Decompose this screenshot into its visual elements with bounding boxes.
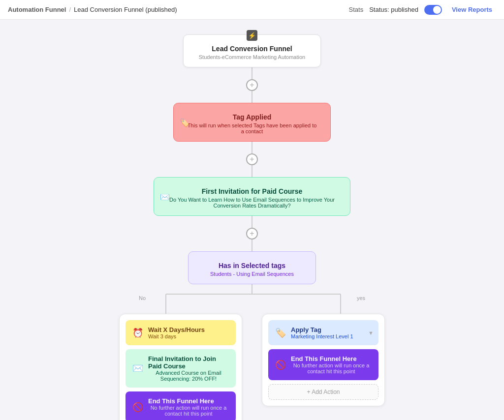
no-branch-end-text: End This Funnel Here No further action w… xyxy=(148,397,229,417)
tag-applied-node[interactable]: 🏷️ Tag Applied This will run when select… xyxy=(173,103,331,142)
final-email-subtitle: Advanced Course on Email Sequencing: 20%… xyxy=(148,370,229,382)
trigger-subtitle: Students-eCommerce Marketing Automation xyxy=(195,54,309,60)
apply-tag-subtitle: Marketing Interest Level 1 xyxy=(291,333,372,339)
yes-branch-end-node[interactable]: 🚫 End This Funnel Here No further action… xyxy=(268,349,378,380)
wait-node-text: Wait X Days/Hours Wait 3 days xyxy=(148,326,229,339)
breadcrumb-current: Lead Conversion Funnel (published) xyxy=(74,6,177,13)
apply-tag-text: Apply Tag Marketing Interest Level 1 xyxy=(291,326,372,339)
no-branch-end-subtitle: No further action will run once a contac… xyxy=(148,405,229,417)
branch-yes-label: yes xyxy=(357,295,365,301)
condition-subtitle: Students - Using Email Sequences xyxy=(200,271,304,277)
canvas: ⚡ Lead Conversion Funnel Students-eComme… xyxy=(0,20,504,420)
add-circle-2[interactable]: + xyxy=(246,153,258,165)
no-branch-container: ⏰ Wait X Days/Hours Wait 3 days ✉️ Final… xyxy=(119,314,242,420)
trigger-node[interactable]: ⚡ Lead Conversion Funnel Students-eComme… xyxy=(183,34,321,67)
breadcrumb: Automation Funnel / Lead Conversion Funn… xyxy=(8,6,177,13)
header: Automation Funnel / Lead Conversion Funn… xyxy=(0,0,504,20)
final-email-text: Final Invitation to Join Paid Course Adv… xyxy=(148,355,229,382)
lightning-icon: ⚡ xyxy=(247,30,257,41)
header-actions: Stats Status: published View Reports xyxy=(349,4,496,15)
tag-applied-title: Tag Applied xyxy=(186,113,318,121)
final-email-icon: ✉️ xyxy=(132,363,143,374)
condition-node-wrapper: Has in Selected tags Students - Using Em… xyxy=(188,251,316,284)
breadcrumb-parent[interactable]: Automation Funnel xyxy=(8,6,66,13)
breadcrumb-separator: / xyxy=(69,6,71,13)
yes-branch-container: 🏷️ Apply Tag Marketing Interest Level 1 … xyxy=(262,314,385,406)
view-reports-button[interactable]: View Reports xyxy=(448,4,496,15)
connector-line-2 xyxy=(252,91,252,103)
yes-branch-end-text: End This Funnel Here No further action w… xyxy=(291,355,372,374)
tag-icon: 🏷️ xyxy=(180,118,189,127)
branch-lines: No yes xyxy=(80,284,424,314)
connector-line-1 xyxy=(252,67,252,79)
yes-branch-end-title: End This Funnel Here xyxy=(291,355,372,362)
add-circle-3[interactable]: + xyxy=(246,228,258,240)
email-title: First Invitation for Paid Course xyxy=(166,187,338,195)
branch-no-label: No xyxy=(139,295,146,301)
yes-branch-end-subtitle: No further action will run once a contac… xyxy=(291,362,372,374)
connector-line-4 xyxy=(252,165,252,177)
wait-subtitle: Wait 3 days xyxy=(148,333,229,339)
add-circle-1[interactable]: + xyxy=(246,79,258,91)
status-toggle[interactable] xyxy=(424,5,442,15)
no-branch-end-icon: 🚫 xyxy=(132,402,143,413)
condition-node[interactable]: Has in Selected tags Students - Using Em… xyxy=(188,251,316,284)
stats-link[interactable]: Stats xyxy=(349,6,364,13)
connector-line-5 xyxy=(252,216,252,228)
trigger-title: Lead Conversion Funnel xyxy=(195,45,309,53)
final-email-title: Final Invitation to Join Paid Course xyxy=(148,355,229,370)
wait-node[interactable]: ⏰ Wait X Days/Hours Wait 3 days xyxy=(126,320,236,345)
email-subtitle: Do You Want to Learn How to Use Email Se… xyxy=(166,197,338,209)
status-label: Status: published xyxy=(369,6,418,13)
no-branch: ⏰ Wait X Days/Hours Wait 3 days ✉️ Final… xyxy=(119,314,242,420)
tag-applied-subtitle: This will run when selected Tags have be… xyxy=(186,122,318,134)
email-node-wrapper: ✉️ First Invitation for Paid Course Do Y… xyxy=(154,177,350,251)
email-node[interactable]: ✉️ First Invitation for Paid Course Do Y… xyxy=(154,177,350,216)
email-icon: ✉️ xyxy=(160,192,170,201)
branch-row: ⏰ Wait X Days/Hours Wait 3 days ✉️ Final… xyxy=(10,314,494,420)
connector-line-6 xyxy=(252,240,252,251)
yes-branch-end-icon: 🚫 xyxy=(275,360,286,370)
condition-title: Has in Selected tags xyxy=(200,262,304,270)
apply-tag-node[interactable]: 🏷️ Apply Tag Marketing Interest Level 1 … xyxy=(268,320,378,345)
trigger-node-wrapper: ⚡ Lead Conversion Funnel Students-eComme… xyxy=(183,34,321,103)
tag-applied-wrapper: 🏷️ Tag Applied This will run when select… xyxy=(173,103,331,177)
clock-icon: ⏰ xyxy=(132,328,143,338)
yes-branch-add-action[interactable]: + Add Action xyxy=(268,384,378,400)
no-branch-end-title: End This Funnel Here xyxy=(148,397,229,405)
apply-tag-title: Apply Tag xyxy=(291,326,372,333)
chevron-down-icon: ▼ xyxy=(368,330,374,336)
final-email-node[interactable]: ✉️ Final Invitation to Join Paid Course … xyxy=(126,349,236,388)
no-branch-end-node[interactable]: 🚫 End This Funnel Here No further action… xyxy=(126,391,236,420)
connector-line-3 xyxy=(252,142,252,153)
wait-title: Wait X Days/Hours xyxy=(148,326,229,333)
yes-branch: 🏷️ Apply Tag Marketing Interest Level 1 … xyxy=(262,314,385,406)
apply-tag-icon: 🏷️ xyxy=(275,328,286,338)
